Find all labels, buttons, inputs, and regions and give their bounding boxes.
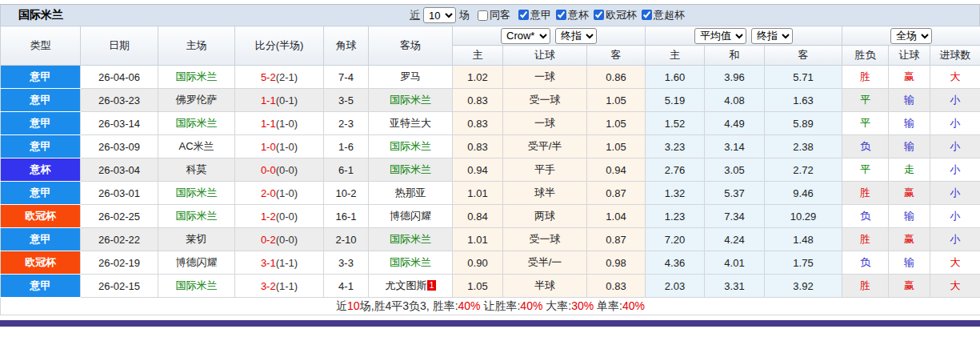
league-checkbox-3[interactable] [642, 10, 652, 20]
half-time-score: (1-0) [276, 187, 298, 199]
full-time-score: 0-2 [261, 234, 276, 246]
full-time-score: 3-1 [261, 257, 276, 269]
odds-stage-select[interactable]: 终指 [555, 28, 597, 44]
europe-odds-home: 4.36 [646, 251, 705, 275]
away-team-name: 博德闪耀 [390, 210, 431, 222]
europe-odds-draw: 3.31 [705, 275, 765, 298]
away-team-link[interactable]: 博德闪耀 [369, 205, 453, 228]
result-wdl: 负 [842, 135, 889, 158]
handicap-odds-home: 0.83 [453, 135, 503, 158]
handicap-line: 受一球 [503, 89, 587, 112]
league-filter-0[interactable]: 意甲 [514, 8, 551, 22]
league-checkbox-1[interactable] [556, 10, 566, 20]
full-time-score: 5-2 [261, 71, 276, 83]
home-team-link[interactable]: 国际米兰 [158, 112, 235, 135]
europe-odds-draw: 4.08 [705, 89, 765, 112]
away-team-link[interactable]: 国际米兰 [369, 228, 453, 251]
home-team-link[interactable]: 国际米兰 [158, 182, 235, 205]
full-time-score: 1-1 [261, 94, 276, 106]
match-date: 26-02-15 [81, 275, 158, 298]
summary-text: 单率: [594, 299, 622, 312]
average-select[interactable]: 平均值 [694, 28, 746, 44]
league-badge: 意甲 [1, 275, 81, 298]
europe-odds-away: 2.38 [765, 135, 842, 158]
scope-select[interactable]: 全场 [890, 28, 932, 44]
summary-text: 大率: [542, 299, 571, 312]
match-row: 意甲26-04-06国际米兰5-2(2-1)7-4罗马1.02一球0.861.6… [1, 66, 980, 89]
home-team-link[interactable]: AC米兰 [158, 135, 235, 158]
handicap-odds-home: 0.83 [453, 112, 503, 135]
europe-odds-home: 1.32 [646, 182, 705, 205]
result-handicap: 赢 [889, 228, 930, 251]
subcol-odds-home: 主 [453, 46, 503, 66]
bookmaker-select[interactable]: Crow* [501, 28, 550, 44]
europe-odds-home: 1.52 [646, 112, 705, 135]
away-team-link[interactable]: 罗马 [369, 66, 453, 89]
subcol-europe-draw: 和 [705, 46, 765, 66]
page-title: 国际米兰 [18, 8, 63, 22]
home-team-link[interactable]: 国际米兰 [158, 275, 235, 298]
league-checkbox-label: 意杯 [568, 8, 589, 22]
summary-text: 场,胜4平3负3, 胜率: [360, 299, 458, 312]
result-handicap: 赢 [889, 182, 930, 205]
league-filter-2[interactable]: 欧冠杯 [589, 8, 637, 22]
away-team-link[interactable]: 尤文图斯1 [369, 275, 453, 298]
recent-count-select[interactable]: 10 [423, 7, 456, 23]
handicap-odds-away: 1.05 [587, 112, 646, 135]
away-team-link[interactable]: 国际米兰 [369, 89, 453, 112]
match-date: 26-03-09 [81, 135, 158, 158]
league-checkbox-2[interactable] [594, 10, 604, 20]
subcol-result-wdl: 胜负 [842, 46, 889, 66]
league-checkbox-0[interactable] [518, 10, 529, 20]
europe-odds-home: 2.03 [646, 275, 705, 298]
home-team-link[interactable]: 科莫 [158, 158, 235, 182]
subcol-result-handicap: 让球 [889, 46, 930, 66]
away-team-link[interactable]: 国际米兰 [369, 158, 453, 182]
match-row: 意甲26-02-15国际米兰3-2(1-1)4-1尤文图斯11.05半球0.83… [1, 275, 980, 298]
away-team-link[interactable]: 热那亚 [369, 182, 453, 205]
match-date: 26-03-23 [81, 89, 158, 112]
result-handicap: 输 [889, 112, 930, 135]
handicap-odds-home: 0.84 [453, 205, 503, 228]
away-team-link[interactable]: 亚特兰大 [369, 112, 453, 135]
result-goals: 小 [930, 182, 980, 205]
away-team-link[interactable]: 国际米兰 [369, 251, 453, 275]
away-team-name: 国际米兰 [390, 94, 431, 106]
same-venue-checkbox[interactable] [478, 10, 488, 21]
match-date: 26-03-14 [81, 112, 158, 135]
summary-line: 近10场,胜4平3负3, 胜率:40% 让胜率:40% 大率:30% 单率:40… [1, 298, 980, 315]
handicap-odds-away: 0.98 [587, 251, 646, 275]
europe-odds-draw: 5.37 [705, 182, 765, 205]
league-filter-3[interactable]: 意超杯 [637, 8, 685, 22]
recent-link[interactable]: 近 [410, 8, 420, 22]
home-team-link[interactable]: 国际米兰 [158, 205, 235, 228]
score-cell: 2-0(1-0) [235, 182, 324, 205]
score-cell: 1-1(1-0) [235, 112, 324, 135]
match-history-table: 类型 日期 主场 比分(半场) 角球 客场 Crow*终指 平均值终指 全场 主… [0, 26, 980, 315]
league-filter-1[interactable]: 意杯 [551, 8, 589, 22]
half-time-score: (0-0) [276, 211, 298, 223]
half-time-score: (2-1) [276, 71, 298, 83]
europe-odds-away: 2.72 [765, 158, 842, 182]
result-wdl: 负 [842, 205, 889, 228]
europe-odds-away: 5.89 [765, 112, 842, 135]
score-cell: 0-2(0-0) [235, 228, 324, 251]
same-venue-filter[interactable]: 同客 [473, 8, 510, 22]
europe-stage-select[interactable]: 终指 [751, 28, 793, 44]
handicap-odds-home: 1.01 [453, 228, 503, 251]
handicap-line: 受平/半 [503, 135, 587, 158]
league-badge: 意甲 [1, 89, 81, 112]
corner-count: 6-1 [324, 158, 369, 182]
match-row: 欧冠杯26-02-25国际米兰1-2(0-0)16-1博德闪耀0.84两球1.0… [1, 205, 980, 228]
home-team-link[interactable]: 佛罗伦萨 [158, 89, 235, 112]
home-team-link[interactable]: 莱切 [158, 228, 235, 251]
home-team-link[interactable]: 国际米兰 [158, 66, 235, 89]
result-wdl: 平 [842, 112, 889, 135]
away-team-link[interactable]: 国际米兰 [369, 135, 453, 158]
summary-value: 40% [520, 299, 542, 312]
corner-count: 2-3 [324, 112, 369, 135]
match-date: 26-02-25 [81, 205, 158, 228]
home-team-link[interactable]: 博德闪耀 [158, 251, 235, 275]
match-row: 欧冠杯26-02-19博德闪耀3-1(1-1)3-3国际米兰0.90受半/一0.… [1, 251, 980, 275]
europe-odds-home: 3.23 [646, 135, 705, 158]
